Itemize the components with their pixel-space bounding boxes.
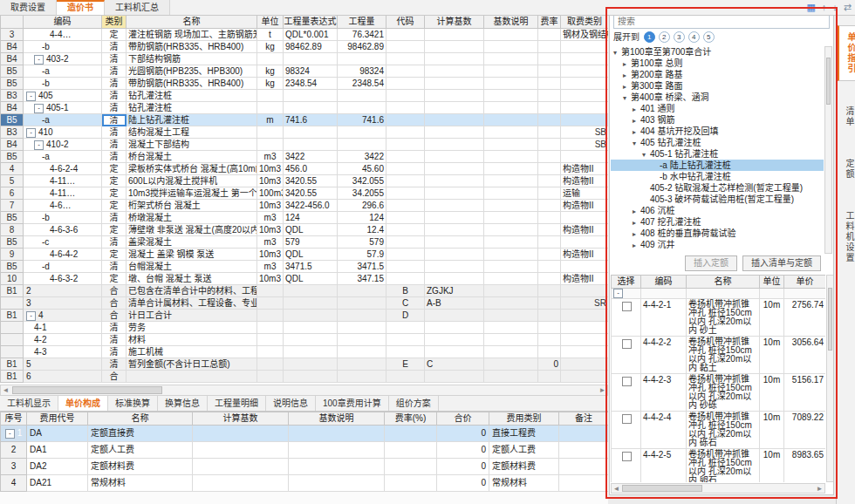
quantity-cell[interactable]: 98462.89 [338, 41, 386, 53]
move-down-icon[interactable]: ↓ [832, 1, 838, 14]
quantity-cell[interactable] [338, 126, 386, 139]
quantity-cell[interactable] [338, 334, 386, 346]
name-cell[interactable]: 陆上钻孔灌注桩 [127, 114, 257, 126]
category-cell[interactable]: 定 [102, 163, 127, 175]
row-number-cell[interactable]: 10 [1, 273, 24, 285]
code-letter-cell[interactable]: E [386, 358, 425, 371]
code-letter-cell[interactable] [386, 224, 425, 236]
fee-base-note-cell[interactable] [289, 426, 385, 442]
row-number-cell[interactable]: 5 [1, 175, 24, 187]
calc-base-cell[interactable]: C [425, 358, 484, 371]
fee-category-cell[interactable]: 运输 [561, 187, 609, 200]
unit-cell[interactable] [257, 285, 284, 297]
code-cell[interactable]: 4-11… [24, 187, 102, 200]
fee-category-cell[interactable] [561, 334, 609, 346]
code-letter-cell[interactable] [386, 139, 425, 151]
fee-row[interactable]: 4DA21常规材料0常规材料 [1, 475, 609, 492]
fee-rate-cell[interactable] [385, 475, 437, 492]
row-number-cell[interactable]: B5 [1, 261, 24, 273]
fee-category-cell[interactable]: 定额材料费 [489, 459, 559, 475]
quantity-cell[interactable] [338, 139, 386, 151]
rate-cell[interactable] [538, 212, 561, 224]
price-name-cell[interactable]: 卷扬机带冲抓锥冲孔 桩径150cm以内 孔深20m以内 砂土 [687, 299, 760, 337]
code-letter-cell[interactable] [386, 200, 425, 212]
name-cell[interactable]: 10m3搅拌运输车运混凝土 第一个1km [127, 187, 257, 200]
quantity-expression-cell[interactable]: 3420.55 [284, 175, 338, 187]
code-letter-cell[interactable] [386, 249, 425, 261]
chevron-right-icon[interactable]: ▸ [623, 58, 631, 69]
calc-base-cell[interactable] [425, 65, 484, 78]
code-cell[interactable]: -a [24, 151, 102, 163]
name-cell[interactable] [127, 371, 257, 383]
name-cell[interactable]: 光圆钢筋(HPB235、HPB300) [127, 65, 257, 78]
chevron-right-icon[interactable]: ▸ [633, 240, 640, 250]
fee-category-cell[interactable]: SB [561, 139, 609, 151]
category-cell[interactable]: 合 [102, 297, 127, 310]
bottom-tab-工料机显示[interactable]: 工料机显示 [0, 396, 58, 411]
fee-category-cell[interactable] [561, 65, 609, 78]
fee-rate-cell[interactable] [385, 426, 437, 442]
unit-cell[interactable] [257, 310, 284, 322]
side-tab-工料机设置[interactable]: 工料机设置 [838, 205, 855, 269]
chevron-right-icon[interactable]: ▸ [623, 70, 631, 80]
fee-name-cell[interactable]: 定额人工费 [88, 442, 193, 459]
grid-row[interactable]: B5-a清桥台混凝土m334223422 [1, 151, 609, 163]
unit-cell[interactable] [257, 334, 284, 346]
code-cell[interactable]: -d [24, 261, 102, 273]
code-cell[interactable]: 4-2 [24, 334, 102, 346]
base-note-cell[interactable] [484, 224, 538, 236]
fee-column-header-3[interactable]: 名称 [88, 412, 193, 426]
fee-category-cell[interactable]: 构造物II [561, 200, 609, 212]
fee-category-cell[interactable]: 构造物II [561, 175, 609, 187]
collapse-icon[interactable]: - [26, 92, 36, 101]
rate-cell[interactable]: 0 [538, 358, 561, 371]
fee-category-cell[interactable] [561, 371, 609, 383]
grid-row[interactable]: B4-410-2清混凝土下部结构SB [1, 139, 609, 151]
bottom-tab-标准换算[interactable]: 标准换算 [108, 396, 158, 411]
rate-cell[interactable] [538, 322, 561, 334]
unit-cell[interactable]: 10m3 [257, 175, 284, 187]
code-cell[interactable]: -b [24, 41, 102, 53]
rate-cell[interactable] [538, 310, 561, 322]
price-column-header-5[interactable]: 单价 [784, 276, 826, 289]
base-note-cell[interactable] [484, 139, 538, 151]
category-cell[interactable]: 清 [102, 151, 127, 163]
name-cell[interactable]: 已包含在清单合计中的材料、工程设备… [127, 285, 257, 297]
category-cell[interactable]: 定 [102, 200, 127, 212]
rate-cell[interactable] [538, 200, 561, 212]
grid-row[interactable]: B3-405清钻孔灌注桩 [1, 90, 609, 102]
fee-category-cell[interactable] [561, 41, 609, 53]
chevron-right-icon[interactable]: ▸ [633, 228, 640, 239]
chevron-right-icon[interactable]: ▸ [633, 206, 640, 216]
quantity-cell[interactable]: 76.3421 [338, 29, 386, 41]
unit-cell[interactable]: kg [257, 78, 284, 90]
column-header-1[interactable]: 编码 [24, 16, 102, 29]
rate-cell[interactable] [538, 187, 561, 200]
price-horizontal-scrollbar[interactable]: ◄ ► [611, 483, 825, 494]
unit-cell[interactable] [257, 346, 284, 358]
quantity-cell[interactable] [338, 90, 386, 102]
code-letter-cell[interactable] [386, 236, 425, 249]
calc-base-cell[interactable] [425, 322, 484, 334]
fee-name-cell[interactable]: 定额直接费 [88, 426, 193, 442]
scrollbar-thumb[interactable] [828, 288, 832, 351]
calc-base-cell[interactable] [425, 53, 484, 65]
fee-category-cell[interactable] [561, 346, 609, 358]
quantity-cell[interactable]: 579 [338, 236, 386, 249]
calc-base-cell[interactable] [425, 78, 484, 90]
main-horizontal-scrollbar[interactable]: ◄ ► [0, 385, 608, 396]
scroll-left-icon[interactable]: ◄ [1, 385, 10, 395]
rate-cell[interactable] [538, 151, 561, 163]
code-letter-cell[interactable] [386, 261, 425, 273]
quantity-cell[interactable]: 296.6 [338, 200, 386, 212]
unit-cell[interactable] [257, 90, 284, 102]
code-cell[interactable]: 4-3 [24, 346, 102, 358]
row-number-cell[interactable]: 3 [1, 29, 24, 41]
quantity-expression-cell[interactable]: 579 [284, 236, 338, 249]
unit-cell[interactable] [257, 126, 284, 139]
quantity-expression-cell[interactable]: 2348.54 [284, 78, 338, 90]
price-column-header-3[interactable]: 名称 [687, 276, 760, 289]
unit-cell[interactable] [257, 371, 284, 383]
column-header-7[interactable]: 代码 [386, 16, 425, 29]
row-number-cell[interactable]: B4 [1, 102, 24, 114]
